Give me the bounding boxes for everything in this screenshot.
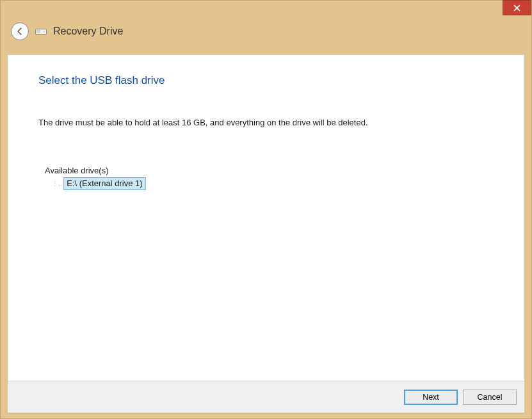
- close-icon: [513, 4, 520, 12]
- drive-item-selected[interactable]: E:\ (External drive 1): [63, 177, 146, 190]
- next-button[interactable]: Next: [404, 390, 458, 405]
- available-drives-label: Available drive(s): [45, 166, 494, 175]
- drive-list-area: Available drive(s) ⋮.. E:\ (External dri…: [38, 166, 494, 190]
- tree-connector-icon: ⋮..: [51, 180, 63, 188]
- arrow-left-icon: [15, 26, 25, 36]
- close-button[interactable]: [503, 0, 531, 15]
- back-button[interactable]: [11, 22, 29, 40]
- drive-icon: [35, 27, 47, 36]
- content-panel: Select the USB flash drive The drive mus…: [7, 54, 525, 413]
- page-heading: Select the USB flash drive: [38, 74, 494, 87]
- drive-tree: ⋮.. E:\ (External drive 1): [45, 177, 494, 190]
- instruction-text: The drive must be able to hold at least …: [38, 118, 494, 127]
- svg-point-4: [44, 31, 45, 33]
- drive-list-item: ⋮.. E:\ (External drive 1): [51, 177, 494, 190]
- header: Recovery Drive: [1, 19, 531, 49]
- wizard-window: Recovery Drive Select the USB flash driv…: [0, 0, 532, 419]
- svg-rect-3: [37, 31, 40, 33]
- cancel-button[interactable]: Cancel: [463, 390, 517, 405]
- titlebar: [1, 1, 531, 19]
- wizard-title: Recovery Drive: [53, 26, 123, 37]
- button-bar: Next Cancel: [8, 381, 524, 413]
